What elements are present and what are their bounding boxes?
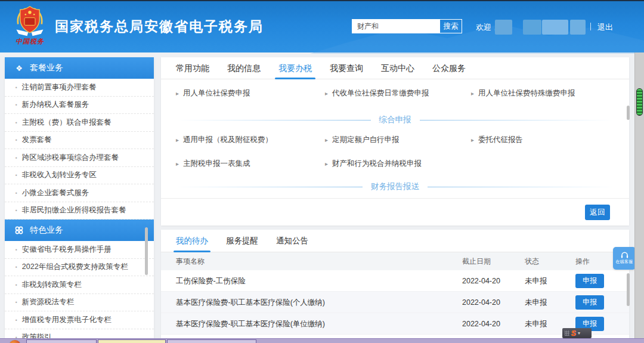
sidebar-section-title: 套餐业务 (30, 63, 63, 73)
sidebar-item-label: 2022年组合式税费支持政策专栏 (22, 262, 128, 272)
sidebar-item[interactable]: 非税划转政策专栏 (5, 276, 154, 294)
link-label: 财产和行为税合并纳税申报 (332, 159, 422, 168)
redacted-username (523, 20, 541, 35)
taskbar-item[interactable] (98, 339, 166, 343)
window-scrollbar-thumb[interactable] (636, 88, 643, 116)
tab-notices[interactable]: 通知公告 (276, 230, 308, 252)
section-divider-comprehensive-declaration: 综合申报 (176, 115, 614, 125)
sogou-icon: S (571, 330, 576, 337)
link-label: 定期定额户自行申报 (332, 135, 400, 144)
sidebar-item[interactable]: 增值税专用发票电子化专栏 (5, 311, 154, 329)
section-title: 综合申报 (379, 115, 411, 125)
search-input[interactable] (352, 19, 439, 33)
link-label: 代收单位社保费日常缴费申报 (332, 89, 429, 97)
divider-line (420, 120, 615, 120)
column-status: 状态 (525, 257, 539, 267)
tab-service-reminder[interactable]: 服务提醒 (226, 230, 258, 252)
app-logo: 中国税务 (11, 5, 49, 50)
declare-button[interactable]: 申报 (575, 295, 604, 310)
tab-interaction-center[interactable]: 互动中心 (381, 57, 414, 79)
sidebar-item[interactable]: 发票套餐 (5, 132, 154, 150)
sidebar-item[interactable]: 非居民扣缴企业所得税报告套餐 (5, 202, 154, 220)
bullet-icon (16, 247, 17, 252)
sidebar-item[interactable]: 主附税（费）联合申报套餐 (5, 114, 154, 132)
sidebar-item[interactable]: 安徽省电子税务局操作手册 (5, 241, 154, 259)
tab-common-functions[interactable]: 常用功能 (176, 57, 209, 79)
link-label: 用人单位社保费特殊缴费申报 (478, 89, 575, 97)
sidebar-scrollbar-thumb[interactable] (145, 227, 148, 275)
taskbar-item[interactable] (26, 339, 97, 343)
arrow-icon (325, 160, 328, 167)
tab-inquiry[interactable]: 我要查询 (330, 57, 363, 79)
redacted-username (542, 20, 568, 35)
online-service-button[interactable]: 在线客服 (613, 247, 636, 270)
panel-footer: 返回 (161, 198, 629, 225)
arrow-icon (471, 137, 474, 143)
browser-taskbar-icon[interactable] (8, 339, 21, 343)
panel-scrollbar-thumb[interactable] (627, 273, 630, 306)
sidebar-section-featured-business[interactable]: 特色业务 (5, 220, 154, 241)
column-item-name: 事项名称 (176, 257, 205, 267)
declare-button[interactable]: 申报 (575, 274, 604, 288)
sogou-input-toolbar[interactable]: S ▾ (562, 328, 592, 338)
logo-caption: 中国税务 (11, 37, 49, 46)
layers-icon: ❖ (14, 64, 24, 73)
taskbar (0, 338, 644, 343)
sidebar-item[interactable]: 新办纳税人套餐服务 (5, 97, 154, 115)
deadline-text: 2022-04-20 (462, 298, 500, 307)
page: 中国税务 国家税务总局安徽省电子税务局 搜索 欢迎， 退出 ❖ 套餐业务 注销前… (0, 0, 644, 343)
search-button[interactable]: 搜索 (439, 19, 462, 33)
item-name: 工伤保险费-工伤保险 (176, 276, 246, 286)
back-button[interactable]: 返回 (585, 205, 610, 220)
link-item[interactable]: 通用申报（税及附征税费） (176, 135, 273, 145)
bullet-icon (16, 102, 17, 107)
chevron-down-icon: ▾ (578, 330, 580, 336)
sidebar-item[interactable]: 非税收入划转业务专区 (5, 167, 154, 185)
sidebar-section-package-business[interactable]: ❖ 套餐业务 (5, 57, 154, 79)
arrow-icon (176, 160, 179, 167)
bullet-icon (16, 85, 17, 90)
logout-link[interactable]: 退出 (597, 22, 613, 33)
column-action: 操作 (575, 257, 590, 267)
bullet-icon (16, 190, 17, 196)
panel-scrollbar-thumb[interactable] (627, 106, 630, 120)
headset-icon (620, 251, 629, 258)
item-name: 基本医疗保险费-职工基本医疗保险(个人缴纳) (176, 297, 325, 307)
link-item[interactable]: 主附税申报一表集成 (176, 159, 250, 169)
link-item[interactable]: 用人单位社保费申报 (176, 88, 250, 98)
table-row: 基本医疗保险费-职工基本医疗保险(个人缴纳) 2022-04-20 未申报 申报 (161, 292, 629, 313)
window-scrollbar[interactable] (634, 52, 644, 338)
link-item[interactable]: 代收单位社保费日常缴费申报 (325, 88, 429, 98)
todo-tabbar: 我的待办 服务提醒 通知公告 (161, 230, 629, 252)
bullet-icon (16, 264, 17, 270)
sidebar-item[interactable]: 新资源税法专栏 (5, 294, 154, 312)
sidebar-item-label: 发票套餐 (22, 135, 52, 145)
link-item[interactable]: 委托代征报告 (471, 135, 523, 145)
tab-my-info[interactable]: 我的信息 (227, 57, 261, 79)
arrow-icon (325, 137, 328, 143)
tab-public-service[interactable]: 公众服务 (432, 57, 466, 79)
sidebar-item[interactable]: 2022年组合式税费支持政策专栏 (5, 259, 154, 277)
link-item[interactable]: 用人单位社保费特殊缴费申报 (471, 88, 575, 98)
tab-my-todo[interactable]: 我的待办 (176, 230, 208, 252)
sidebar-item[interactable]: 注销前置事项办理套餐 (5, 79, 154, 97)
tab-tax-handling[interactable]: 我要办税 (278, 57, 312, 79)
bullet-icon (16, 317, 17, 323)
sidebar-item-label: 非税收入划转业务专区 (22, 170, 97, 180)
link-item[interactable]: 财产和行为税合并纳税申报 (325, 159, 422, 169)
sidebar-item[interactable]: 跨区域涉税事项综合办理套餐 (5, 149, 154, 167)
arrow-icon (176, 90, 179, 97)
page-title: 国家税务总局安徽省电子税务局 (55, 17, 264, 36)
sidebar-item-label: 跨区域涉税事项综合办理套餐 (22, 153, 119, 163)
divider-line (176, 120, 371, 120)
arrow-icon (325, 90, 328, 97)
main-panel: 常用功能 我的信息 我要办税 我要查询 互动中心 公众服务 用人单位社保费申报 … (161, 57, 629, 225)
bullet-icon (16, 282, 17, 288)
table-header: 事项名称 截止日期 状态 操作 (161, 252, 629, 270)
tax-emblem-icon (14, 5, 46, 38)
sidebar-item[interactable]: 小微企业套餐式服务 (5, 184, 154, 202)
status-text: 未申报 (525, 276, 547, 286)
taskbar-item[interactable] (167, 339, 256, 343)
sidebar-item-label: 安徽省电子税务局操作手册 (22, 245, 112, 255)
link-item[interactable]: 定期定额户自行申报 (325, 135, 400, 145)
